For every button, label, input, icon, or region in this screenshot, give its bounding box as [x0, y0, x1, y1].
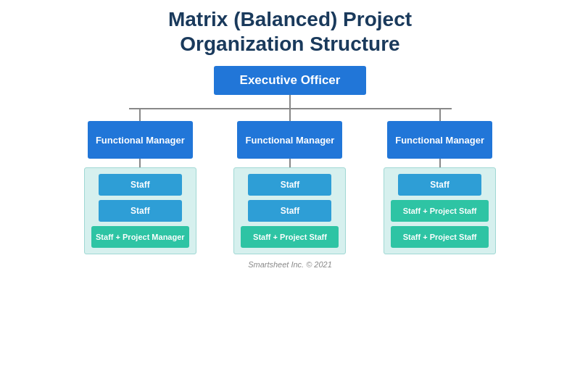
func-manager-box-3: Functional Manager: [387, 121, 492, 159]
project-label-2: Staff + Project Staff: [253, 233, 327, 241]
project-box-1: Staff + Project Manager: [91, 226, 189, 248]
project-label-1: Staff + Project Manager: [96, 233, 185, 241]
func-manager-label-3: Functional Manager: [395, 135, 484, 146]
col2-line: [289, 159, 291, 167]
staff-label-2-1: Staff: [281, 180, 300, 190]
staff-box-1-2: Staff: [99, 200, 182, 222]
footer-label: Smartsheet Inc. © 2021: [248, 260, 332, 269]
project-label-3-2: Staff + Project Staff: [403, 233, 477, 241]
column-1: Functional Manager Staff Staff Staff + P…: [77, 108, 204, 254]
exec-connector: [289, 95, 291, 108]
col2-lower: Staff Staff Staff + Project Staff: [233, 167, 346, 254]
org-chart: Executive Officer Functional Manager Sta…: [14, 66, 566, 254]
col3-lower: Staff Staff + Project Staff Staff + Proj…: [384, 167, 496, 254]
project-box-2: Staff + Project Staff: [241, 226, 339, 248]
column-2: Functional Manager Staff Staff Staff + P…: [226, 108, 353, 254]
footer-text: Smartsheet Inc. © 2021: [248, 260, 332, 269]
func-manager-box-2: Functional Manager: [237, 121, 342, 159]
staff-box-1-1: Staff: [99, 174, 182, 196]
func-manager-label-1: Functional Manager: [96, 135, 185, 146]
func-manager-box-1: Functional Manager: [88, 121, 193, 159]
column-3: Functional Manager Staff Staff + Project…: [376, 108, 503, 254]
page-title: Matrix (Balanced) Project Organization S…: [168, 7, 412, 56]
project-label-3-1: Staff + Project Staff: [403, 207, 477, 215]
staff-box-2-2: Staff: [248, 200, 331, 222]
title-line2: Organization Structure: [180, 33, 399, 55]
col3-line: [439, 159, 441, 167]
project-box-3-1: Staff + Project Staff: [391, 200, 489, 222]
staff-label-2-2: Staff: [281, 206, 300, 216]
col3-top-connector: [439, 108, 441, 121]
title-line1: Matrix (Balanced) Project: [168, 8, 412, 30]
staff-label-1-2: Staff: [130, 206, 150, 216]
col1-line: [139, 159, 141, 167]
staff-label-3-1: Staff: [430, 180, 450, 190]
col1-lower: Staff Staff Staff + Project Manager: [84, 167, 196, 254]
branches-row: Functional Manager Staff Staff Staff + P…: [65, 108, 515, 254]
staff-box-2-1: Staff: [248, 174, 331, 196]
project-box-3-2: Staff + Project Staff: [391, 226, 489, 248]
staff-label-1-1: Staff: [130, 180, 150, 190]
func-manager-label-2: Functional Manager: [246, 135, 335, 146]
col2-top-connector: [289, 108, 291, 121]
page-wrapper: Matrix (Balanced) Project Organization S…: [0, 0, 580, 392]
executive-officer-label: Executive Officer: [240, 73, 341, 87]
col1-top-connector: [139, 108, 141, 121]
staff-box-3-1: Staff: [398, 174, 481, 196]
executive-officer-box: Executive Officer: [214, 66, 367, 95]
